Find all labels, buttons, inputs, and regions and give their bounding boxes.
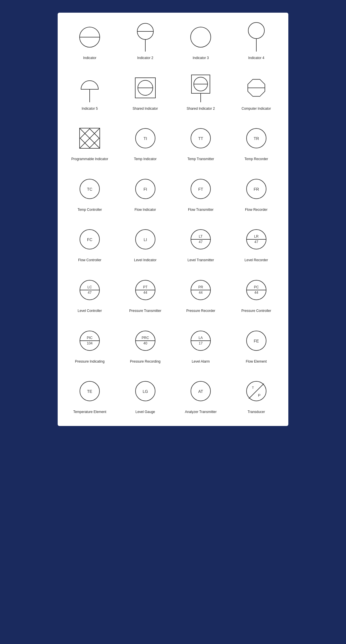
symbol-icon-pressure-transmitter: PT 44 [119,274,172,306]
symbol-cell-level-controller: LC 47 Level Controller [63,274,116,313]
svg-line-86 [249,384,264,399]
symbol-cell-temp-recorder: TR Temp Recorder [230,122,283,162]
symbol-cell-level-alarm: LA 17 Level Alarm [174,325,227,364]
svg-text:40: 40 [143,341,147,345]
symbol-label-level-gauge: Level Gauge [136,410,155,414]
symbol-icon-flow-indicator: FI [119,173,172,205]
symbol-cell-temperature-element: TE Temperature Element [63,375,116,414]
symbol-label-indicator4: Indicator 4 [248,56,264,60]
symbol-icon-level-alarm: LA 17 [174,325,227,357]
symbols-grid: Indicator Indicator 2 Indicator 3 Indica… [63,21,283,414]
svg-text:17: 17 [199,341,203,345]
symbol-icon-shared-indicator2 [174,72,227,104]
symbol-label-level-controller: Level Controller [78,309,102,313]
svg-text:104: 104 [87,341,93,345]
symbol-label-level-recorder: Level Recorder [245,258,268,263]
svg-text:TI: TI [144,136,147,141]
symbol-icon-flow-controller: FC [63,223,116,255]
symbol-label-level-indicator: Level Indicator [134,258,157,263]
symbol-cell-temp-controller: TC Temp Controller [63,173,116,212]
svg-text:LI: LI [144,237,147,242]
symbol-cell-pressure-indicating: PIC 104 Pressure Indicating [63,325,116,364]
symbol-cell-pressure-recorder: PR 44 Pressure Recorder [174,274,227,313]
symbol-cell-flow-recorder: FR Flow Recorder [230,173,283,212]
symbol-label-indicator3: Indicator 3 [193,56,209,60]
svg-text:LT: LT [199,234,203,238]
symbol-label-temperature-element: Temperature Element [73,410,106,414]
symbol-cell-flow-element: FE Flow Element [230,325,283,364]
symbol-icon-level-transmitter: LT 47 [174,223,227,255]
symbol-label-flow-controller: Flow Controller [78,258,101,263]
svg-text:AT: AT [198,389,203,394]
svg-point-6 [248,22,264,39]
svg-text:47: 47 [88,291,92,295]
symbol-icon-programmable [63,122,116,154]
symbol-icon-pressure-controller: PC 44 [230,274,283,306]
symbol-cell-indicator4: Indicator 4 [230,21,283,60]
symbols-card: Indicator Indicator 2 Indicator 3 Indica… [58,13,288,426]
svg-text:FR: FR [253,187,259,192]
symbol-cell-level-transmitter: LT 47 Level Transmitter [174,223,227,263]
symbol-cell-computer-indicator: Computer Indicator [230,72,283,111]
svg-text:PRC: PRC [142,336,149,340]
svg-text:FT: FT [198,187,204,192]
symbol-label-level-alarm: Level Alarm [192,359,210,364]
symbol-icon-level-recorder: LR 47 [230,223,283,255]
symbol-cell-shared-indicator: Shared Indicator [119,72,172,111]
symbol-cell-pressure-recording: PRC 40 Pressure Recording [119,325,172,364]
symbol-icon-temp-indicator: TI [119,122,172,154]
symbol-icon-flow-transmitter: FT [174,173,227,205]
symbol-label-pressure-recorder: Pressure Recorder [186,309,215,313]
svg-text:44: 44 [143,291,147,295]
symbol-cell-temp-transmitter: TT Temp Transmitter [174,122,227,162]
symbol-icon-pressure-recorder: PR 44 [174,274,227,306]
symbol-label-shared-indicator: Shared Indicator [133,107,158,111]
symbol-label-flow-indicator: Flow Indicator [134,208,156,212]
symbol-cell-shared-indicator2: Shared Indicator 2 [174,72,227,111]
symbol-label-level-transmitter: Level Transmitter [187,258,214,263]
svg-text:PC: PC [254,285,259,289]
svg-point-5 [191,27,211,47]
symbol-label-shared-indicator2: Shared Indicator 2 [187,107,215,111]
svg-text:PR: PR [198,285,203,289]
symbol-label-flow-transmitter: Flow Transmitter [188,208,214,212]
symbol-label-temp-recorder: Temp Recorder [245,157,268,162]
symbol-label-pressure-transmitter: Pressure Transmitter [129,309,161,313]
symbol-label-pressure-recording: Pressure Recording [130,359,161,364]
symbol-cell-flow-indicator: FI Flow Indicator [119,173,172,212]
svg-text:44: 44 [199,291,203,295]
symbol-cell-transducer: P T Transducer [230,375,283,414]
symbol-label-indicator5: Indicator 5 [82,107,98,111]
svg-text:LR: LR [254,234,259,238]
symbol-label-indicator2: Indicator 2 [137,56,153,60]
symbol-cell-indicator5: Indicator 5 [63,72,116,111]
symbol-icon-pressure-recording: PRC 40 [119,325,172,357]
svg-text:LC: LC [88,285,92,289]
symbol-cell-indicator2: Indicator 2 [119,21,172,60]
symbol-icon-indicator4 [230,21,283,53]
svg-text:TE: TE [87,389,92,394]
svg-text:TC: TC [87,187,93,192]
symbol-icon-level-controller: LC 47 [63,274,116,306]
svg-text:FC: FC [87,237,93,242]
symbol-icon-computer-indicator [230,72,283,104]
svg-text:LA: LA [199,336,203,340]
symbol-icon-level-indicator: LI [119,223,172,255]
symbol-label-indicator: Indicator [83,56,96,60]
symbol-label-analyzer-transmitter: Analyzer Transmitter [185,410,217,414]
svg-text:FE: FE [254,339,259,343]
svg-text:47: 47 [254,240,258,244]
symbol-icon-transducer: P T [230,375,283,407]
symbol-cell-indicator3: Indicator 3 [174,21,227,60]
svg-text:T: T [252,386,254,389]
symbol-label-temp-controller: Temp Controller [78,208,102,212]
svg-text:LG: LG [142,389,148,394]
symbol-icon-flow-recorder: FR [230,173,283,205]
symbol-icon-indicator5 [63,72,116,104]
symbol-icon-temperature-element: TE [63,375,116,407]
symbol-cell-level-recorder: LR 47 Level Recorder [230,223,283,263]
symbol-label-programmable: Programmable Indicator [71,157,108,162]
symbol-label-temp-transmitter: Temp Transmitter [187,157,214,162]
symbol-label-pressure-indicating: Pressure Indicating [75,359,105,364]
symbol-cell-indicator: Indicator [63,21,116,60]
